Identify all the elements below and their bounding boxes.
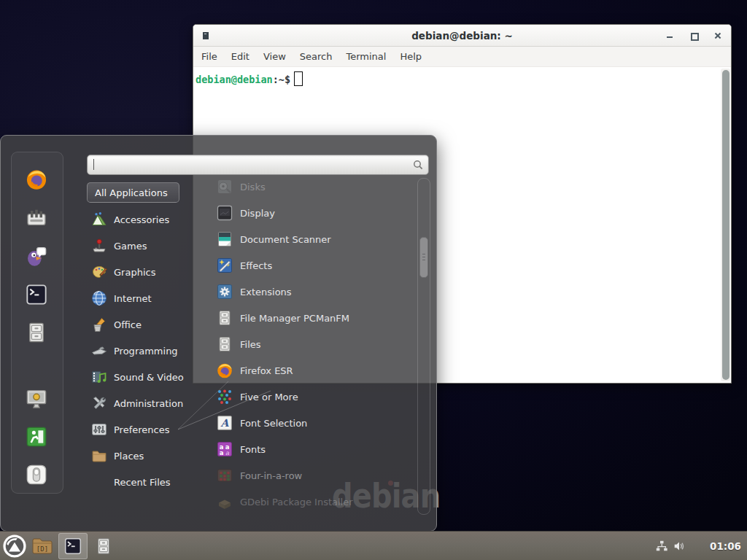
app-item-effects[interactable]: Effects	[206, 252, 414, 279]
file-cabinet-icon	[94, 537, 113, 556]
app-item-display[interactable]: Display	[206, 200, 414, 226]
sidebar-item-internet[interactable]: Internet	[87, 285, 196, 311]
favorite-pidgin-icon[interactable]	[25, 244, 48, 268]
terminal-menu-terminal[interactable]: Terminal	[346, 51, 386, 62]
session-lock-screen-icon[interactable]	[25, 387, 48, 411]
app-item-firefox-esr[interactable]: Firefox ESR	[206, 357, 414, 384]
accessories-icon	[90, 211, 108, 228]
effects-icon	[216, 257, 233, 274]
terminal-window-title: debian@debian: ~	[193, 30, 731, 42]
desktop: debian debian@debian: ~ FileEditViewSear…	[0, 0, 747, 560]
files-launcher[interactable]	[90, 533, 117, 559]
favorite-firefox-icon[interactable]	[25, 168, 48, 191]
sidebar-item-programming[interactable]: Programming	[87, 338, 196, 364]
terminal-menu-search[interactable]: Search	[300, 51, 333, 62]
file-manager-icon	[216, 309, 233, 327]
app-item-gdebi-package-installer[interactable]: GDebi Package Installer	[206, 489, 414, 515]
terminal-titlebar[interactable]: debian@debian: ~	[193, 25, 731, 47]
app-item-disks[interactable]: Disks	[206, 174, 414, 200]
app-label: File Manager PCManFM	[240, 313, 349, 324]
terminal-menu-help[interactable]: Help	[400, 51, 422, 62]
sidebar-item-graphics[interactable]: Graphics	[87, 259, 196, 285]
sidebar-item-recent-files[interactable]: Recent Files	[87, 469, 196, 495]
application-menu: All Applications AccessoriesGamesGraphic…	[0, 135, 437, 532]
app-item-five-or-more[interactable]: Five or More	[206, 384, 414, 410]
extensions-icon	[216, 283, 233, 300]
places-icon	[90, 447, 108, 464]
app-label: Font Selection	[240, 418, 307, 429]
session-logout-icon[interactable]	[25, 425, 48, 448]
administration-icon	[90, 394, 108, 412]
minimize-button[interactable]	[665, 31, 674, 40]
app-item-file-manager-pcmanfm[interactable]: File Manager PCManFM	[206, 305, 414, 331]
sidebar-item-accessories[interactable]: Accessories	[87, 206, 196, 233]
app-label: Files	[240, 339, 261, 350]
taskbar: [D] 01:06	[0, 531, 747, 560]
gdebi-icon	[216, 493, 233, 510]
shell-prompt: debian@debian:~$	[196, 71, 303, 86]
category-label: Administration	[114, 398, 183, 409]
folder-d-icon: [D]	[31, 534, 54, 558]
sidebar-item-administration[interactable]: Administration	[87, 390, 196, 416]
category-label: Recent Files	[114, 477, 171, 488]
category-label: Graphics	[114, 267, 155, 278]
terminal-scrollbar-thumb[interactable]	[722, 70, 729, 380]
app-item-files[interactable]: Files	[206, 331, 414, 357]
app-label: Firefox ESR	[240, 365, 293, 376]
app-list-scrollbar[interactable]	[417, 178, 430, 515]
network-icon[interactable]	[655, 540, 668, 553]
favorite-terminal-icon[interactable]	[25, 283, 48, 306]
five-or-more-icon	[216, 388, 233, 405]
close-button[interactable]	[713, 31, 722, 40]
session-shutdown-icon[interactable]	[25, 463, 48, 486]
app-list-scrollbar-thumb[interactable]	[419, 237, 428, 278]
app-item-fonts[interactable]: aaaaFonts	[206, 436, 414, 462]
svg-text:[D]: [D]	[36, 545, 48, 553]
disks-icon	[216, 178, 233, 195]
document-scanner-icon	[216, 230, 233, 248]
office-icon	[90, 316, 108, 333]
favorite-settings-icon[interactable]	[25, 206, 48, 230]
category-label: Accessories	[114, 214, 169, 225]
terminal-menubar: FileEditViewSearchTerminalHelp	[193, 47, 731, 67]
terminal-cursor	[294, 71, 303, 86]
category-label: Places	[114, 451, 144, 462]
prompt-path: :~$	[273, 74, 290, 85]
clock[interactable]: 01:06	[710, 532, 741, 560]
app-label: Display	[240, 208, 275, 219]
category-label: Programming	[114, 346, 178, 357]
terminal-window-button[interactable]	[58, 533, 88, 559]
category-label: Preferences	[114, 424, 169, 435]
app-label: Document Scanner	[240, 234, 331, 245]
app-label: Four-in-a-row	[240, 470, 302, 481]
programming-icon	[90, 342, 108, 359]
menu-button[interactable]	[2, 534, 27, 559]
sidebar-item-office[interactable]: Office	[87, 311, 196, 338]
sidebar-item-sound-video[interactable]: Sound & Video	[87, 364, 196, 390]
terminal-menu-edit[interactable]: Edit	[231, 51, 249, 62]
terminal-menu-file[interactable]: File	[201, 51, 217, 62]
display-icon	[216, 204, 233, 222]
category-label: Internet	[114, 293, 152, 304]
maximize-button[interactable]	[689, 31, 698, 40]
volume-icon[interactable]	[673, 540, 686, 553]
app-item-font-selection[interactable]: AFont Selection	[206, 410, 414, 436]
app-item-document-scanner[interactable]: Document Scanner	[206, 226, 414, 252]
files-icon	[216, 335, 233, 353]
sidebar-item-places[interactable]: Places	[87, 443, 196, 469]
app-item-extensions[interactable]: Extensions	[206, 279, 414, 305]
games-icon	[90, 237, 108, 254]
file-manager-launcher[interactable]: [D]	[29, 533, 55, 559]
category-all-applications[interactable]: All Applications	[87, 182, 179, 203]
terminal-icon	[63, 537, 82, 556]
search-input[interactable]	[88, 155, 428, 174]
sidebar-item-preferences[interactable]: Preferences	[87, 416, 196, 443]
internet-icon	[90, 289, 108, 307]
favorite-file-cabinet-icon[interactable]	[25, 321, 48, 344]
four-in-a-row-icon	[216, 467, 233, 484]
terminal-scrollbar[interactable]	[721, 69, 730, 381]
app-item-four-in-a-row[interactable]: Four-in-a-row	[206, 462, 414, 489]
sidebar-item-games[interactable]: Games	[87, 233, 196, 259]
fonts-icon: aaaa	[216, 440, 233, 458]
terminal-menu-view[interactable]: View	[263, 51, 286, 62]
